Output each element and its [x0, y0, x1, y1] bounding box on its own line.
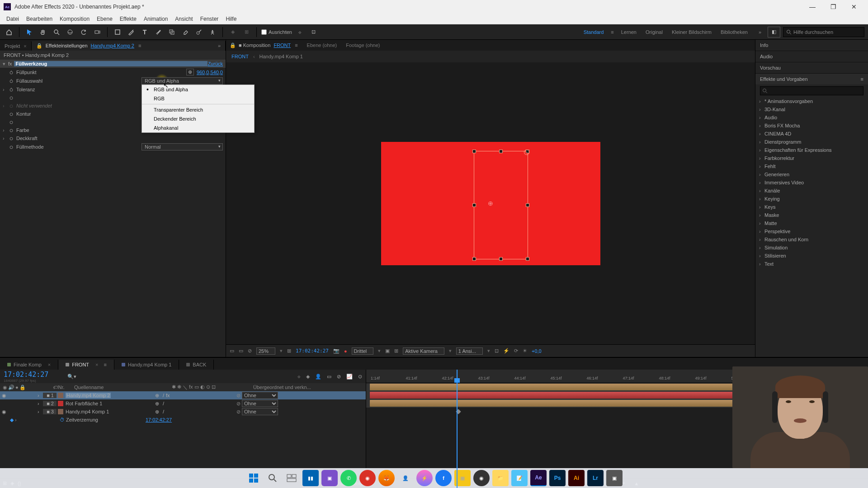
- selection-bounds[interactable]: [474, 151, 528, 259]
- workspace-active[interactable]: Standard: [579, 29, 609, 35]
- effects-search[interactable]: [760, 86, 863, 95]
- current-timecode[interactable]: 17:02:42:27: [4, 371, 48, 379]
- notepad-icon[interactable]: 📝: [511, 470, 528, 486]
- timeline-search-icon[interactable]: 🔍▾: [67, 374, 76, 380]
- workspace-lernen[interactable]: Lernen: [617, 29, 641, 35]
- whatsapp-icon[interactable]: ✆: [340, 470, 357, 486]
- effect-category[interactable]: 3D-Kanal: [755, 105, 868, 113]
- snapshot-icon[interactable]: 📷: [333, 348, 340, 354]
- pixel-aspect-icon[interactable]: ⊡: [495, 348, 499, 354]
- crumb-front[interactable]: FRONT: [231, 54, 249, 59]
- snap-grid-icon[interactable]: ⊡: [308, 27, 319, 38]
- menu-effekte[interactable]: Effekte: [116, 14, 140, 23]
- messenger-icon[interactable]: ⚡: [416, 470, 433, 486]
- clone-tool-icon[interactable]: [166, 27, 177, 38]
- minimize-button[interactable]: —: [802, 0, 823, 14]
- effect-category[interactable]: Stilisieren: [755, 252, 868, 260]
- effect-category[interactable]: Immersives Video: [755, 178, 868, 187]
- timeline-tab[interactable]: FRONT×≡: [58, 360, 114, 370]
- tab-effect-controls[interactable]: 🔒 Effekteinstellungen Handy.mp4 Komp 2 ≡…: [32, 41, 226, 51]
- taskview-icon[interactable]: [283, 470, 300, 486]
- effect-category[interactable]: Audio: [755, 113, 868, 122]
- orbit-tool-icon[interactable]: [65, 27, 75, 38]
- effect-category[interactable]: CINEMA 4D: [755, 130, 868, 138]
- ai-taskbar-icon[interactable]: Ai: [568, 470, 585, 486]
- viewer-tab-footage[interactable]: Footage (ohne): [346, 42, 380, 48]
- panel-preview[interactable]: Vorschau: [755, 62, 868, 74]
- effect-category[interactable]: Matte: [755, 219, 868, 227]
- prop-fullauswahl[interactable]: Füllauswahl RGB und Alpha RGB und AlphaR…: [0, 76, 226, 85]
- fullauswahl-dropdown[interactable]: RGB und Alpha RGB und AlphaRGBTransparen…: [142, 77, 223, 84]
- shape-tool-icon[interactable]: [112, 27, 123, 38]
- explorer-icon[interactable]: 📁: [492, 470, 509, 486]
- mesh-icon[interactable]: ◈: [227, 27, 238, 38]
- effect-category[interactable]: Keying: [755, 195, 868, 203]
- resolution-dropdown[interactable]: Drittel: [352, 347, 374, 355]
- viewer-tab-comp[interactable]: 🔒 ■ Komposition FRONT ≡: [230, 42, 298, 48]
- menu-animation[interactable]: Animation: [140, 14, 171, 23]
- color-col-icon[interactable]: 🏷: [53, 385, 58, 390]
- camera-dropdown[interactable]: Aktive Kamera: [403, 347, 444, 355]
- effect-category[interactable]: Kanäle: [755, 187, 868, 195]
- effect-category[interactable]: Simulation: [755, 244, 868, 252]
- tab-project[interactable]: Projekt×: [0, 42, 32, 51]
- workspace-original[interactable]: Original: [641, 29, 667, 35]
- panel-toggle-icon[interactable]: ◧: [768, 27, 780, 38]
- effect-category[interactable]: Text: [755, 260, 868, 268]
- lr-taskbar-icon[interactable]: Lr: [587, 470, 604, 486]
- eye-col-icon[interactable]: ◉: [3, 385, 7, 390]
- dropdown-opt[interactable]: Alphakanal: [142, 123, 254, 132]
- facebook-icon[interactable]: f: [435, 470, 452, 486]
- fast-preview-icon[interactable]: ⚡: [503, 348, 509, 354]
- tl-opt-icon[interactable]: ⟐: [297, 374, 301, 379]
- puppet-tool-icon[interactable]: [207, 27, 218, 38]
- 3d-icon[interactable]: ⟳: [514, 348, 518, 354]
- rotate-tool-icon[interactable]: [78, 27, 89, 38]
- grid-icon[interactable]: ⊞: [394, 348, 398, 354]
- channel-icon[interactable]: ●: [344, 348, 347, 354]
- effect-category[interactable]: Generieren: [755, 170, 868, 178]
- effect-category[interactable]: Boris FX Mocha: [755, 122, 868, 130]
- col-parent[interactable]: Übergeordnet und verkn...: [253, 385, 312, 390]
- firefox-icon[interactable]: 🦊: [378, 470, 395, 486]
- tl-frameblend-icon[interactable]: ▭: [327, 374, 331, 380]
- tl-shy-icon[interactable]: 👤: [315, 374, 321, 380]
- effect-category[interactable]: Keys: [755, 203, 868, 211]
- prop-fullmethode[interactable]: Füllmethode Normal: [0, 142, 226, 151]
- workspace-overflow-icon[interactable]: »: [755, 29, 765, 35]
- zoom-tool-icon[interactable]: [51, 27, 62, 38]
- close-button[interactable]: ✕: [844, 0, 864, 14]
- app4-icon[interactable]: 👤: [397, 470, 414, 486]
- cti[interactable]: [457, 370, 458, 488]
- menu-komposition[interactable]: Komposition: [56, 14, 93, 23]
- crosshair-icon[interactable]: ⊕: [186, 69, 194, 75]
- effect-category[interactable]: Maske: [755, 211, 868, 219]
- panel-audio[interactable]: Audio: [755, 51, 868, 62]
- workspace-bibliotheken[interactable]: Bibliotheken: [716, 29, 752, 35]
- prop-deckkraft[interactable]: › Deckkraft: [0, 134, 226, 142]
- snap-opts-icon[interactable]: ⟐: [295, 27, 306, 38]
- effect-category[interactable]: Farbkorrektur: [755, 154, 868, 162]
- workspace-menu-icon[interactable]: ≡: [611, 29, 613, 35]
- menu-ebene[interactable]: Ebene: [93, 14, 116, 23]
- eraser-tool-icon[interactable]: [180, 27, 191, 38]
- tl-autokf-icon[interactable]: ⊙: [358, 374, 362, 380]
- stopwatch-icon[interactable]: [8, 78, 14, 84]
- refine-icon[interactable]: ⊞: [241, 27, 252, 38]
- tl-graph-icon[interactable]: 📈: [346, 374, 353, 380]
- timeline-tab[interactable]: Handy.mp4 Komp 1: [114, 360, 179, 370]
- solo-col-icon[interactable]: ●: [15, 385, 19, 390]
- effect-category[interactable]: Eigenschaften für Expressions: [755, 146, 868, 154]
- workspace-kleiner-bildschirm[interactable]: Kleiner Bildschirm: [667, 29, 716, 35]
- menu-ansicht[interactable]: Ansicht: [171, 14, 196, 23]
- selection-tool-icon[interactable]: [24, 27, 35, 38]
- effect-category[interactable]: Rauschen und Korn: [755, 235, 868, 244]
- ps-taskbar-icon[interactable]: Ps: [549, 470, 566, 486]
- effect-category[interactable]: Fehlt: [755, 162, 868, 170]
- menu-hilfe[interactable]: Hilfe: [222, 14, 240, 23]
- composition-canvas[interactable]: ⊕: [381, 142, 600, 265]
- exposure-icon[interactable]: ☀: [523, 348, 527, 354]
- dropdown-opt[interactable]: RGB: [142, 94, 254, 103]
- dropdown-opt[interactable]: Transparenter Bereich: [142, 105, 254, 114]
- start-icon[interactable]: [245, 470, 262, 486]
